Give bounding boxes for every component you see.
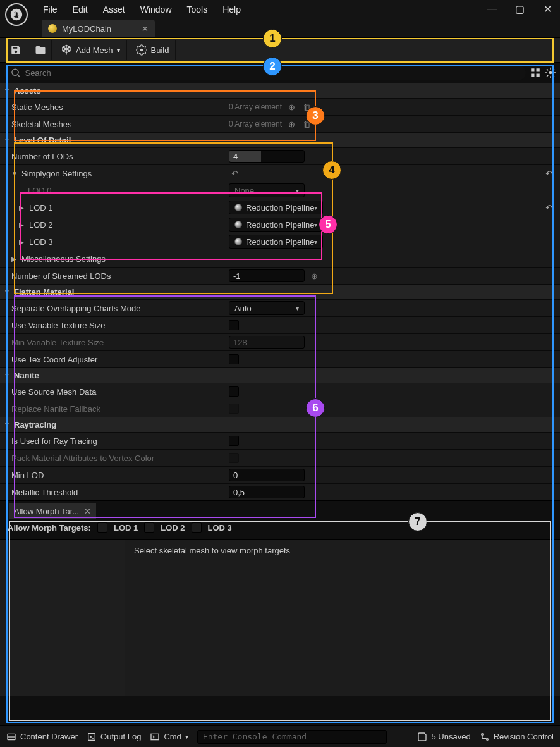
use-variable-texture-checkbox[interactable] (229, 320, 239, 330)
section-flatten[interactable]: ▼Flatten Material (0, 284, 560, 299)
morph-lod3-checkbox[interactable] (192, 522, 202, 533)
menu-file[interactable]: File (43, 4, 58, 15)
svg-point-7 (549, 71, 552, 75)
array-count: 0 Array element (229, 102, 282, 111)
menu-help[interactable]: Help (222, 4, 241, 15)
row-lod1: ▶LOD 1 Reduction Pipeline▾ ↶ (0, 199, 560, 216)
chevron-right-icon[interactable]: ▶ (19, 238, 27, 245)
streamed-lods-input[interactable]: -1 (229, 269, 305, 282)
row-lod3: ▶LOD 3 Reduction Pipeline▾ (0, 233, 560, 250)
lod0-pipeline-dropdown[interactable]: None▾ (229, 183, 305, 197)
add-element-icon[interactable]: ⊕ (286, 118, 297, 130)
metallic-threshold-input[interactable]: 0,5 (229, 486, 305, 498)
svg-point-2 (12, 69, 18, 75)
svg-point-12 (486, 738, 488, 740)
save-button[interactable] (5, 40, 27, 60)
reset-icon[interactable]: ↶ (545, 203, 552, 213)
close-button[interactable]: ✕ (540, 3, 555, 15)
grid-view-icon[interactable] (530, 67, 541, 78)
section-lod[interactable]: ▼Level Of Detail (0, 132, 560, 147)
lod1-pipeline-dropdown[interactable]: Reduction Pipeline▾ (229, 201, 323, 214)
tab-close-icon[interactable]: ✕ (84, 507, 91, 516)
add-mesh-button[interactable]: Add Mesh ▾ (54, 40, 127, 60)
pipeline-icon (234, 238, 242, 245)
revision-control-button[interactable]: Revision Control (480, 732, 554, 742)
chevron-right-icon[interactable]: ▶ (11, 256, 19, 262)
tab-label: MyLODChain (62, 24, 111, 34)
chevron-down-icon[interactable]: ▼ (11, 170, 19, 177)
pipeline-icon (234, 204, 242, 211)
annotation-badge-1: 1 (263, 29, 282, 48)
morph-list (0, 540, 125, 696)
section-nanite[interactable]: ▼Nanite (0, 367, 560, 383)
details-panel: ▼Assets Static Meshes 0 Array element ⊕ … (0, 83, 560, 500)
tab-mylodchain[interactable]: MyLODChain ✕ (42, 20, 155, 37)
content-drawer-button[interactable]: Content Drawer (6, 732, 78, 742)
status-bar: Content Drawer Output Log Cmd▾ Enter Con… (0, 725, 560, 747)
replace-nanite-checkbox (229, 404, 239, 414)
section-assets[interactable]: ▼Assets (0, 83, 560, 98)
raytracing-checkbox[interactable] (229, 436, 239, 446)
menu-tools[interactable]: Tools (187, 4, 208, 15)
annotation-badge-7: 7 (408, 512, 427, 531)
menu-asset[interactable]: Asset (103, 4, 125, 15)
chevron-down-icon[interactable]: ▼ (4, 421, 11, 428)
chevron-down-icon: ▾ (314, 204, 317, 211)
build-button[interactable]: Build (130, 40, 176, 60)
tab-close-icon[interactable]: ✕ (142, 24, 149, 34)
maximize-button[interactable]: ▢ (512, 3, 527, 15)
menu-window[interactable]: Window (140, 4, 172, 15)
add-icon[interactable]: ⊕ (308, 270, 320, 281)
cmd-dropdown[interactable]: Cmd▾ (150, 732, 188, 742)
chevron-down-icon: ▾ (314, 238, 317, 245)
chevron-down-icon: ▾ (296, 187, 299, 194)
chevron-down-icon[interactable]: ▼ (4, 87, 11, 94)
morph-message: Select skeletal mesh to view morph targe… (125, 540, 560, 696)
row-skeletal-meshes: Skeletal Meshes 0 Array element ⊕ 🗑 (0, 115, 560, 132)
chevron-down-icon: ▾ (185, 733, 188, 740)
min-lod-input[interactable]: 0 (229, 469, 305, 481)
num-lods-input[interactable]: 4 (229, 150, 305, 163)
svg-rect-4 (537, 68, 540, 71)
chevron-right-icon[interactable]: ▶ (19, 221, 27, 228)
reset-icon[interactable]: ↶ (229, 168, 240, 179)
lod3-pipeline-dropdown[interactable]: Reduction Pipeline▾ (229, 235, 323, 249)
unsaved-button[interactable]: 5 Unsaved (417, 732, 470, 742)
lod2-pipeline-dropdown[interactable]: Reduction Pipeline▾ (229, 218, 323, 232)
svg-point-1 (140, 49, 143, 52)
svg-rect-6 (537, 74, 540, 77)
morph-lod2-checkbox[interactable] (144, 522, 154, 533)
output-log-button[interactable]: Output Log (87, 732, 141, 742)
gear-icon[interactable] (545, 67, 556, 78)
chevron-down-icon[interactable]: ▼ (4, 372, 11, 379)
menu-bar: File Edit Asset Window Tools Help — ▢ ✕ (0, 0, 560, 18)
chevron-down-icon: ▾ (296, 305, 299, 312)
use-tex-coord-checkbox[interactable] (229, 354, 239, 364)
chevron-down-icon[interactable]: ▼ (4, 288, 11, 295)
annotation-badge-4: 4 (322, 161, 341, 180)
morph-lod1-checkbox[interactable] (97, 522, 107, 533)
row-num-lods: Number of LODs 4 (0, 147, 560, 164)
row-lod0: LOD 0 None▾ (0, 182, 560, 199)
console-input[interactable]: Enter Console Command (197, 730, 387, 744)
add-element-icon[interactable]: ⊕ (286, 101, 297, 113)
menu-edit[interactable]: Edit (73, 4, 88, 15)
annotation-badge-6: 6 (306, 398, 325, 417)
overlap-mode-dropdown[interactable]: Auto▾ (229, 301, 305, 315)
browse-button[interactable] (30, 40, 52, 60)
minimize-button[interactable]: — (484, 3, 499, 15)
morph-tab[interactable]: Allow Morph Tar...✕ (9, 503, 96, 519)
build-label: Build (151, 46, 169, 55)
section-raytracing[interactable]: ▼Raytracing (0, 417, 560, 432)
row-lod2: ▶LOD 2 Reduction Pipeline▾ (0, 216, 560, 233)
chevron-right-icon[interactable]: ▶ (19, 204, 27, 211)
morph-header: Allow Morph Targets: LOD 1 LOD 2 LOD 3 (0, 519, 560, 540)
chevron-down-icon: ▾ (314, 221, 317, 228)
row-misc: ▶Miscellaneous Settings (0, 250, 560, 267)
use-source-mesh-checkbox[interactable] (229, 386, 239, 397)
unreal-logo (5, 3, 28, 26)
reset-icon[interactable]: ↶ (545, 169, 552, 178)
chevron-down-icon[interactable]: ▼ (4, 137, 11, 144)
min-variable-texture-input[interactable]: 128 (229, 336, 305, 349)
chevron-down-icon: ▾ (117, 47, 120, 54)
